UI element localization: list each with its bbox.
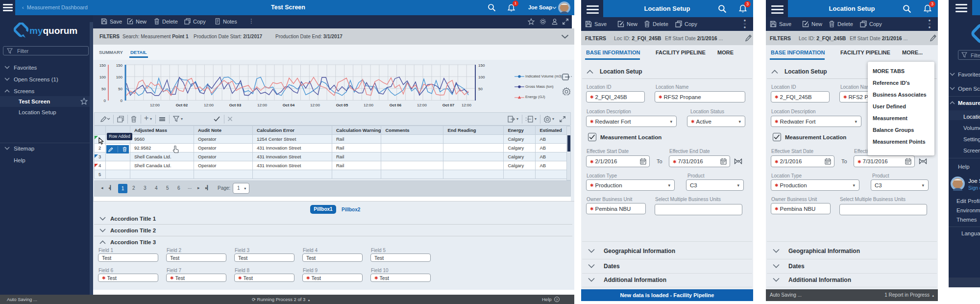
- svg-text:0: 0: [104, 99, 106, 103]
- svg-text:50: 50: [478, 87, 483, 91]
- svg-text:12:00: 12:00: [204, 103, 214, 107]
- svg-text:100: 100: [478, 75, 485, 79]
- svg-text:150: 150: [99, 63, 106, 68]
- svg-text:50: 50: [118, 87, 122, 91]
- svg-text:0: 0: [121, 99, 123, 103]
- svg-text:12:00: 12:00: [417, 103, 427, 107]
- svg-text:Oct 04: Oct 04: [283, 103, 295, 107]
- svg-text:Oct 07: Oct 07: [442, 103, 455, 107]
- svg-text:12:00: 12:00: [257, 103, 268, 107]
- svg-text:100: 100: [116, 75, 123, 79]
- svg-text:12:00: 12:00: [310, 103, 320, 107]
- svg-text:Oct 05: Oct 05: [336, 103, 348, 107]
- svg-text:100: 100: [99, 75, 106, 79]
- svg-text:50: 50: [101, 87, 106, 91]
- svg-text:12:00: 12:00: [150, 103, 160, 107]
- svg-text:Oct 03: Oct 03: [229, 103, 242, 107]
- svg-text:12:00: 12:00: [364, 103, 374, 107]
- svg-text:Oct 02: Oct 02: [176, 103, 188, 107]
- svg-text:12:00: 12:00: [462, 103, 472, 107]
- svg-text:Oct 06: Oct 06: [390, 103, 402, 107]
- svg-text:150: 150: [116, 63, 123, 68]
- svg-text:150: 150: [478, 63, 485, 68]
